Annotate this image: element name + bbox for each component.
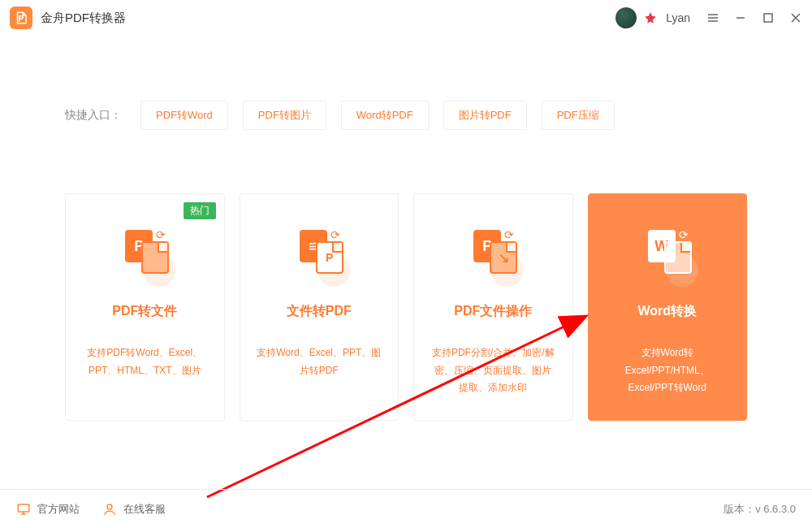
window-controls <box>706 11 802 24</box>
close-icon[interactable] <box>789 11 802 24</box>
user-avatar[interactable] <box>615 7 637 28</box>
maximize-icon[interactable] <box>762 11 775 24</box>
convert-arrow-icon: ⟳ <box>679 228 689 241</box>
quick-word-to-pdf[interactable]: Word转PDF <box>341 101 429 130</box>
doc-p-small-icon: P <box>316 241 343 274</box>
file-icon <box>141 241 169 274</box>
official-label: 官方网站 <box>37 502 80 517</box>
feature-cards: 热门 P ⟳ PDF转文件 支持PDF转Word、Excel、PPT、HTML、… <box>0 130 812 421</box>
convert-arrow-icon: ⟳ <box>504 228 514 241</box>
card-title: 文件转PDF <box>252 303 387 320</box>
support-link[interactable]: 在线客服 <box>102 502 166 517</box>
app-title: 金舟PDF转换器 <box>41 11 126 26</box>
card-pdf-to-file[interactable]: 热门 P ⟳ PDF转文件 支持PDF转Word、Excel、PPT、HTML、… <box>65 193 225 421</box>
footer: 官方网站 在线客服 版本：v 6.6.3.0 <box>0 489 812 528</box>
card-title: PDF文件操作 <box>425 303 561 320</box>
hot-badge: 热门 <box>184 202 216 219</box>
quick-pdf-compress[interactable]: PDF压缩 <box>542 101 615 130</box>
username[interactable]: Lyan <box>666 11 690 24</box>
support-icon <box>102 502 117 517</box>
monitor-icon <box>16 502 31 517</box>
quick-label: 快捷入口： <box>65 108 122 123</box>
card-icon: W ⟳ <box>600 219 736 283</box>
ops-icon: ↘ <box>490 241 517 274</box>
support-label: 在线客服 <box>123 502 166 517</box>
svg-rect-0 <box>764 14 772 22</box>
card-icon: ≡ P ⟳ <box>252 219 387 283</box>
svg-point-3 <box>107 504 112 509</box>
official-site-link[interactable]: 官方网站 <box>16 502 80 517</box>
quick-entry: 快捷入口： PDF转Word PDF转图片 Word转PDF 图片转PDF PD… <box>0 36 812 130</box>
card-desc: 支持PDF分割/合并、加密/解密、压缩、页面提取、图片提取、添加水印 <box>425 344 561 397</box>
menu-icon[interactable] <box>706 11 719 24</box>
quick-pdf-to-image[interactable]: PDF转图片 <box>243 101 326 130</box>
card-word-convert[interactable]: W ⟳ Word转换 支持Word转Excel/PPT/HTML、Excel/P… <box>588 193 748 421</box>
svg-rect-2 <box>18 504 29 512</box>
card-pdf-operations[interactable]: P ↘ ⟳ PDF文件操作 支持PDF分割/合并、加密/解密、压缩、页面提取、图… <box>413 193 573 421</box>
file-icon <box>664 241 692 274</box>
quick-image-to-pdf[interactable]: 图片转PDF <box>443 101 527 130</box>
quick-pdf-to-word[interactable]: PDF转Word <box>140 101 228 130</box>
version-text: 版本：v 6.6.3.0 <box>723 502 796 517</box>
titlebar: 金舟PDF转换器 Lyan <box>0 0 812 36</box>
card-icon: P ⟳ <box>77 219 213 283</box>
card-file-to-pdf[interactable]: ≡ P ⟳ 文件转PDF 支持Word、Excel、PPT、图片转PDF <box>240 193 400 421</box>
minimize-icon[interactable] <box>734 11 747 24</box>
convert-arrow-icon: ⟳ <box>156 228 166 241</box>
card-title: Word转换 <box>600 303 736 320</box>
card-desc: 支持Word、Excel、PPT、图片转PDF <box>252 344 387 379</box>
convert-arrow-icon: ⟳ <box>330 228 340 241</box>
card-icon: P ↘ ⟳ <box>425 219 561 283</box>
app-logo <box>10 6 32 29</box>
card-desc: 支持PDF转Word、Excel、PPT、HTML、TXT、图片 <box>77 344 213 379</box>
card-title: PDF转文件 <box>77 303 213 320</box>
card-desc: 支持Word转Excel/PPT/HTML、Excel/PPT转Word <box>600 344 736 397</box>
vip-icon <box>643 11 658 25</box>
